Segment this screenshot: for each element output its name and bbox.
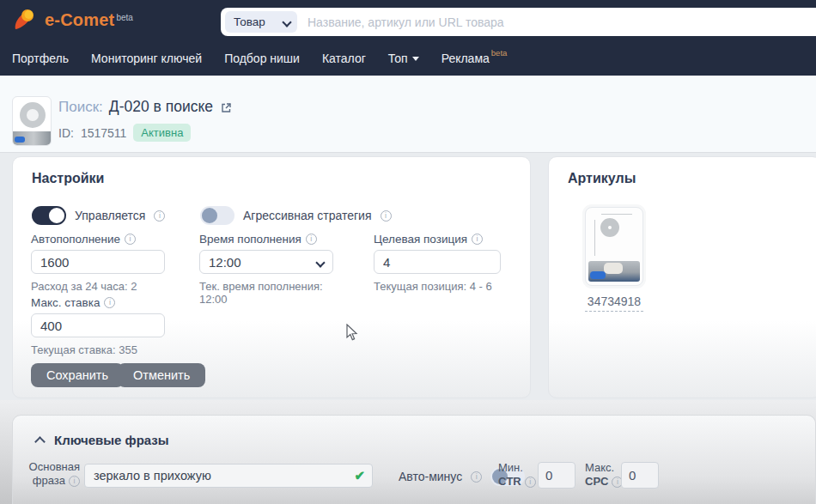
chevron-down-icon bbox=[316, 258, 324, 266]
chevron-up-icon bbox=[35, 435, 45, 445]
refill-time-value: 12:00 bbox=[209, 255, 241, 270]
settings-heading: Настройки bbox=[32, 171, 104, 186]
campaign-id-row: ID: 1517511 Активна bbox=[58, 124, 191, 142]
cancel-button[interactable]: Отменить bbox=[118, 363, 205, 387]
info-icon[interactable] bbox=[525, 477, 536, 488]
caret-down-icon bbox=[412, 57, 419, 61]
brand-chip bbox=[590, 271, 606, 279]
refill-time-label: Время пополнения bbox=[199, 233, 333, 246]
target-position-label: Целевая позиция bbox=[374, 233, 501, 246]
main-phrase-input[interactable] bbox=[84, 464, 373, 488]
refill-time-hint: Тек. время пополнения: 12:00 bbox=[199, 280, 333, 306]
refill-time-field: Время пополнения 12:00 Тек. время пополн… bbox=[199, 233, 333, 306]
ads-beta-tag: beta bbox=[491, 48, 508, 58]
target-position-hint: Текущая позиция: 4 - 6 bbox=[374, 280, 501, 293]
max-bid-field: Макс. ставка Текущая ставка: 355 bbox=[31, 296, 165, 356]
info-icon[interactable] bbox=[471, 471, 482, 483]
external-link-icon[interactable] bbox=[221, 101, 232, 112]
campaign-type-label: Поиск: bbox=[58, 99, 103, 116]
autofill-hint: Расход за 24 часа: 2 bbox=[31, 280, 165, 293]
info-icon[interactable] bbox=[381, 210, 392, 222]
info-icon[interactable] bbox=[154, 210, 165, 222]
search-input[interactable] bbox=[297, 8, 816, 36]
nav-item-top[interactable]: Топ bbox=[388, 52, 419, 65]
keywords-collapse-header[interactable]: Ключевые фразы bbox=[35, 433, 169, 447]
main-phrase-label: Основная фраза bbox=[28, 460, 80, 488]
target-position-field: Целевая позиция Текущая позиция: 4 - 6 bbox=[374, 233, 501, 293]
campaign-thumbnail bbox=[12, 96, 52, 146]
max-cpc-label: Макс. CPC bbox=[585, 461, 621, 489]
info-icon[interactable] bbox=[472, 234, 483, 245]
mirror-image bbox=[20, 102, 46, 128]
settings-card: Настройки Управляется Агрессивная страте… bbox=[12, 156, 531, 398]
auto-minus-label: Авто-минус bbox=[399, 470, 462, 483]
autofill-field: Автопополнение Расход за 24 часа: 2 bbox=[31, 233, 165, 293]
nav-item-key-monitoring[interactable]: Мониторинг ключей bbox=[91, 52, 202, 65]
info-icon[interactable] bbox=[125, 234, 136, 245]
campaign-title: Д-020 в поиске bbox=[109, 98, 213, 116]
min-ctr-input[interactable] bbox=[538, 462, 575, 489]
campaign-id-label: ID: bbox=[58, 126, 74, 140]
check-icon bbox=[354, 468, 365, 483]
max-bid-input[interactable] bbox=[31, 313, 165, 337]
dimension-line bbox=[594, 220, 595, 256]
max-bid-hint: Текущая ставка: 355 bbox=[31, 343, 165, 356]
autofill-input[interactable] bbox=[31, 250, 165, 274]
mirror-image bbox=[600, 218, 619, 237]
sku-number-link[interactable]: 34734918 bbox=[585, 295, 643, 312]
min-ctr-label: Мин. CTR bbox=[498, 461, 534, 489]
keywords-card: Ключевые фразы Основная фраза Авто-минус… bbox=[12, 415, 816, 504]
info-icon[interactable] bbox=[69, 476, 80, 487]
campaign-header-band: Поиск: Д-020 в поиске ID: 1517511 Активн… bbox=[0, 76, 816, 153]
aggressive-toggle-group: Агрессивная стратегия bbox=[200, 206, 392, 225]
brand-name: e-Comet bbox=[45, 10, 114, 29]
managed-toggle-group: Управляется bbox=[32, 206, 165, 225]
nav-item-catalog[interactable]: Каталог bbox=[322, 52, 366, 65]
max-cpc-input[interactable] bbox=[621, 462, 659, 489]
brand-logo[interactable]: e-Cometbeta bbox=[12, 7, 133, 36]
aggressive-strategy-toggle[interactable] bbox=[200, 206, 234, 225]
save-button[interactable]: Сохранить bbox=[31, 363, 124, 387]
refill-time-select[interactable]: 12:00 bbox=[199, 250, 333, 274]
managed-toggle[interactable] bbox=[32, 206, 66, 225]
managed-toggle-label: Управляется bbox=[75, 209, 145, 222]
brand-beta-tag: beta bbox=[116, 13, 132, 22]
articles-card: Артикулы 34734918 bbox=[548, 156, 816, 398]
nav-item-portfolio[interactable]: Портфель bbox=[12, 52, 69, 65]
status-badge: Активна bbox=[133, 124, 191, 142]
product-photo-strip bbox=[588, 261, 640, 282]
thumbnail-brand-chip bbox=[15, 137, 25, 143]
main-nav: Портфель Мониторинг ключей Подбор ниши К… bbox=[12, 41, 507, 76]
info-icon[interactable] bbox=[104, 297, 115, 308]
search-category-select[interactable]: Товар bbox=[225, 11, 297, 33]
autofill-label: Автопополнение bbox=[31, 233, 165, 246]
product-search-bar: Товар bbox=[221, 8, 816, 36]
aggressive-toggle-label: Агрессивная стратегия bbox=[243, 209, 372, 222]
sku-product-image[interactable] bbox=[585, 207, 643, 286]
info-icon[interactable] bbox=[306, 234, 317, 245]
nav-item-niche[interactable]: Подбор ниши bbox=[224, 52, 300, 65]
comet-icon bbox=[12, 7, 38, 36]
campaign-id-value: 1517511 bbox=[81, 126, 126, 140]
keywords-heading: Ключевые фразы bbox=[54, 433, 169, 447]
target-position-input[interactable] bbox=[374, 250, 501, 274]
articles-heading: Артикулы bbox=[568, 171, 636, 186]
app-header: e-Cometbeta Товар Портфель Мониторинг кл… bbox=[0, 0, 816, 76]
header-top-row: e-Cometbeta Товар bbox=[0, 0, 816, 41]
nav-item-ads[interactable]: Рекламаbeta bbox=[441, 52, 508, 65]
chevron-down-icon bbox=[283, 18, 290, 26]
pillow-shape bbox=[604, 263, 623, 274]
main-phrase-input-wrap bbox=[84, 464, 373, 488]
max-bid-label: Макс. ставка bbox=[31, 296, 165, 309]
thumbnail-photo-strip bbox=[13, 131, 51, 145]
dimension-line bbox=[601, 214, 632, 215]
campaign-title-row: Поиск: Д-020 в поиске bbox=[58, 98, 232, 116]
search-category-value: Товар bbox=[234, 15, 265, 28]
mouse-cursor bbox=[346, 324, 359, 345]
